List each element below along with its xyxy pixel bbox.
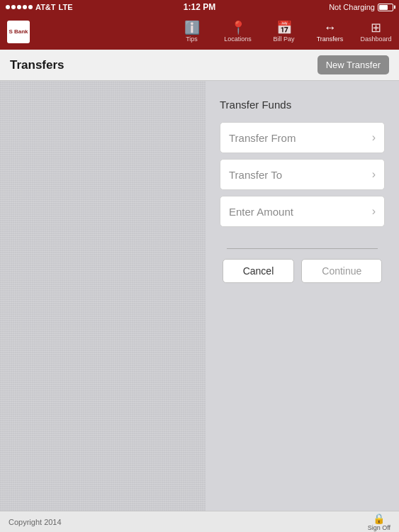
- transfer-from-label: Transfer From: [229, 132, 296, 144]
- left-panel: [0, 81, 206, 511]
- signal-dot-4: [23, 5, 27, 9]
- signal-dot-1: [6, 5, 10, 9]
- transfers-icon: ↔️: [324, 21, 337, 34]
- battery-level: [379, 5, 388, 10]
- nav-icons: ℹ️ Tips 📍 Locations 📅 Bill Pay ↔️ Transf…: [169, 14, 399, 50]
- tips-icon: ℹ️: [184, 21, 200, 34]
- app-logo: S Bank: [0, 21, 85, 43]
- nav-label-tips: Tips: [186, 35, 198, 43]
- form-title: Transfer Funds: [220, 99, 385, 111]
- transfer-from-arrow-icon: ›: [372, 131, 376, 144]
- nav-label-dashboard: Dashboard: [360, 35, 391, 43]
- signal-dot-2: [11, 5, 16, 9]
- dashboard-icon: ⊞: [371, 21, 381, 34]
- status-time: 1:12 PM: [184, 2, 215, 12]
- form-buttons: Cancel Continue: [220, 259, 385, 283]
- status-bar: AT&T LTE 1:12 PM Not Charging: [0, 0, 399, 14]
- signal-indicator: [6, 5, 33, 9]
- nav-bar: S Bank ℹ️ Tips 📍 Locations 📅 Bill Pay ↔️…: [0, 14, 399, 50]
- logo-icon: S Bank: [7, 21, 30, 43]
- copyright-label: Copyright 2014: [9, 518, 62, 526]
- billpay-icon: 📅: [276, 21, 292, 34]
- nav-label-transfers: Transfers: [317, 35, 344, 43]
- lock-icon: 🔒: [373, 513, 385, 524]
- transfer-to-arrow-icon: ›: [372, 168, 376, 181]
- enter-amount-field[interactable]: Enter Amount ›: [220, 196, 385, 227]
- network-label: LTE: [59, 3, 73, 11]
- sign-off-label: Sign Off: [368, 524, 390, 531]
- locations-icon: 📍: [230, 21, 246, 34]
- main-content: Transfer Funds Transfer From › Transfer …: [0, 81, 399, 511]
- status-left: AT&T LTE: [6, 3, 72, 11]
- nav-item-transfers[interactable]: ↔️ Transfers: [307, 14, 353, 50]
- transfer-to-label: Transfer To: [229, 169, 282, 181]
- nav-item-billpay[interactable]: 📅 Bill Pay: [261, 14, 307, 50]
- new-transfer-button[interactable]: New Transfer: [317, 55, 389, 74]
- page-title: Transfers: [10, 58, 64, 72]
- continue-button[interactable]: Continue: [301, 259, 382, 283]
- carrier-label: AT&T: [35, 3, 56, 11]
- cancel-button[interactable]: Cancel: [223, 259, 295, 283]
- transfer-to-field[interactable]: Transfer To ›: [220, 159, 385, 190]
- nav-item-tips[interactable]: ℹ️ Tips: [169, 14, 215, 50]
- nav-item-dashboard[interactable]: ⊞ Dashboard: [353, 14, 399, 50]
- transfer-from-field[interactable]: Transfer From ›: [220, 122, 385, 153]
- right-panel: Transfer Funds Transfer From › Transfer …: [206, 81, 399, 511]
- charging-status: Not Charging: [329, 3, 375, 11]
- form-divider: [227, 248, 378, 249]
- enter-amount-label: Enter Amount: [229, 206, 293, 218]
- nav-item-locations[interactable]: 📍 Locations: [215, 14, 261, 50]
- nav-label-billpay: Bill Pay: [273, 35, 294, 43]
- page-header: Transfers New Transfer: [0, 50, 399, 81]
- status-right: Not Charging: [329, 3, 393, 11]
- nav-label-locations: Locations: [224, 35, 252, 43]
- signal-dot-3: [17, 5, 21, 9]
- enter-amount-arrow-icon: ›: [372, 205, 376, 218]
- signal-dot-5: [28, 5, 33, 9]
- sign-off-button[interactable]: 🔒 Sign Off: [368, 513, 390, 531]
- battery-indicator: [378, 4, 393, 11]
- footer: Copyright 2014 🔒 Sign Off: [0, 511, 399, 532]
